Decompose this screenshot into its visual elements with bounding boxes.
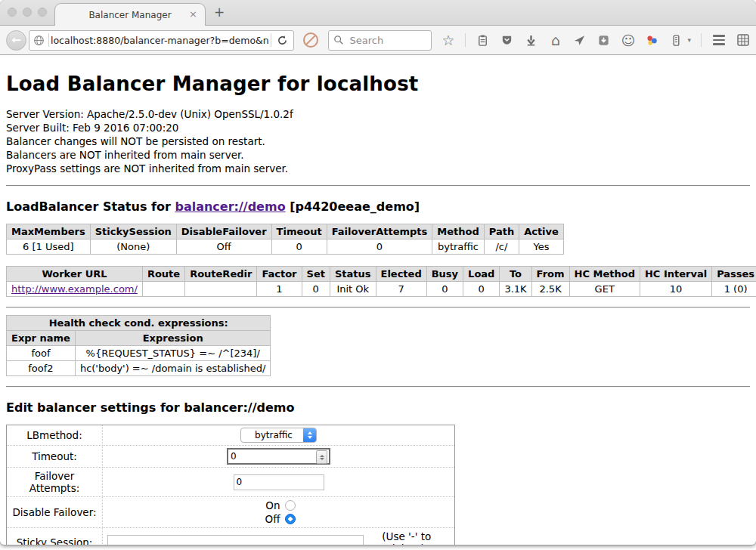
minimize-window-button[interactable] <box>23 8 32 17</box>
cell-expression: hc('body') =~ /domain is established/ <box>75 361 271 376</box>
back-button[interactable]: ← <box>6 30 26 51</box>
cell-timeout: 0 <box>271 239 327 255</box>
container-notes-icon[interactable] <box>669 33 683 48</box>
cell-busy: 0 <box>426 282 463 297</box>
overflow-caret-icon[interactable]: ▾ <box>687 36 691 44</box>
column-header: Busy <box>426 267 463 282</box>
cell-status: Init Ok <box>330 282 376 297</box>
column-header: Factor <box>257 267 302 282</box>
disable-failover-on-radio[interactable] <box>285 500 296 511</box>
window-controls <box>8 8 47 17</box>
save-to-device-icon[interactable] <box>596 33 611 48</box>
content-block-icon[interactable] <box>303 32 318 48</box>
bookmark-star-icon[interactable]: ☆ <box>441 33 455 48</box>
radio-on-label: On <box>262 499 280 511</box>
reload-button[interactable] <box>271 35 293 46</box>
column-header: DisableFailover <box>176 224 271 239</box>
page-content: Load Balancer Manager for localhost Serv… <box>0 55 756 545</box>
status-heading: LoadBalancer Status for balancer://demo … <box>6 199 750 214</box>
cell-stickysession: (None) <box>90 239 176 255</box>
search-input[interactable] <box>348 34 426 47</box>
table-header-row: Worker URL Route RouteRedir Factor Set S… <box>7 267 756 282</box>
close-window-button[interactable] <box>8 8 17 17</box>
worker-table: Worker URL Route RouteRedir Factor Set S… <box>6 266 756 297</box>
back-icon: ← <box>11 33 21 47</box>
sticky-session-input[interactable] <box>107 535 364 545</box>
cell-disablefailover: Off <box>176 239 271 255</box>
timeout-input[interactable] <box>227 448 330 465</box>
send-icon[interactable] <box>572 33 587 48</box>
tab-close-icon[interactable]: × <box>189 8 197 20</box>
feedback-smiley-icon[interactable]: ☺ <box>621 33 635 48</box>
cell-worker-url: http://www.example.com/ <box>7 282 143 297</box>
zoom-window-button[interactable] <box>38 8 47 17</box>
menu-hamburger-icon[interactable] <box>711 33 726 48</box>
url-input[interactable] <box>49 35 271 46</box>
disable-failover-off-option[interactable]: Off <box>262 513 296 525</box>
new-tab-button[interactable]: + <box>214 5 225 20</box>
column-header: Expr name <box>7 331 76 346</box>
lbmethod-select[interactable]: bytraffic <box>240 428 317 443</box>
colored-dots-icon[interactable] <box>645 33 659 48</box>
bookmarks-clipboard-icon[interactable] <box>476 33 490 48</box>
radio-off-label: Off <box>262 513 280 525</box>
form-row-failover: Failover Attempts: <box>7 468 455 497</box>
toolbar-divider <box>701 33 702 47</box>
cell-routeredir <box>185 282 257 297</box>
column-header: Active <box>519 224 564 239</box>
column-header: Load <box>463 267 500 282</box>
failover-attempts-input[interactable] <box>234 474 324 490</box>
column-header: HC Interval <box>640 267 711 282</box>
toolbar-icons: ☆ ⌂ <box>441 33 750 48</box>
expr-row: foof %{REQUEST_STATUS} =~ /^[234]/ <box>7 346 271 361</box>
cell-path: /c/ <box>484 239 519 255</box>
number-spinner-icon[interactable] <box>316 450 327 464</box>
disable-failover-label: Disable Failover: <box>7 497 103 528</box>
home-icon[interactable]: ⌂ <box>548 33 562 48</box>
lbmethod-label: LBmethod: <box>7 425 103 446</box>
cell-elected: 7 <box>376 282 426 297</box>
page-title: Load Balancer Manager for localhost <box>6 55 750 95</box>
search-bar[interactable] <box>328 30 432 51</box>
table-row: 6 [1 Used] (None) Off 0 0 bytraffic /c/ … <box>7 239 564 255</box>
site-identity[interactable] <box>29 35 48 46</box>
column-header: Expression <box>75 331 271 346</box>
balancer-demo-link[interactable]: balancer://demo <box>175 199 285 214</box>
downloads-icon[interactable] <box>524 33 538 48</box>
expr-row: foof2 hc('body') =~ /domain is establish… <box>7 361 271 376</box>
proxypass-warning-line: ProxyPass settings are NOT inherited fro… <box>6 162 750 175</box>
persist-warning-line: Balancer changes will NOT be persisted o… <box>6 134 750 148</box>
edit-balancer-form: LBmethod: bytraffic Timeout: <box>6 425 455 545</box>
status-heading-suffix: [p4420eeae_demo] <box>290 199 420 214</box>
column-header: FailoverAttempts <box>327 224 432 239</box>
server-version-line: Server Version: Apache/2.5.0-dev (Unix) … <box>6 107 750 121</box>
worker-url-link[interactable]: http://www.example.com/ <box>11 283 138 295</box>
timeout-label: Timeout: <box>7 446 103 468</box>
table-header-row: MaxMembers StickySession DisableFailover… <box>7 224 564 239</box>
cell-maxmembers: 6 [1 Used] <box>7 239 91 255</box>
cell-method: bytraffic <box>432 239 484 255</box>
column-header: HC Method <box>569 267 640 282</box>
table-title-row: Health check cond. expressions: <box>7 316 271 331</box>
worker-row: http://www.example.com/ 1 0 Init Ok 7 0 … <box>7 282 756 297</box>
disable-failover-on-option[interactable]: On <box>262 499 296 511</box>
grid-addon-icon[interactable] <box>736 33 750 48</box>
navigation-toolbar: ← <box>0 26 756 55</box>
column-header: Timeout <box>271 224 327 239</box>
tab-balancer-manager[interactable]: Balancer Manager × <box>54 3 206 26</box>
tab-title: Balancer Manager <box>88 10 171 20</box>
cell-set: 0 <box>302 282 330 297</box>
cell-active: Yes <box>519 239 564 255</box>
sticky-session-label: Sticky Session: <box>7 528 103 545</box>
form-row-sticky: Sticky Session: (Use '-' to delete) <box>7 528 455 545</box>
server-info: Server Version: Apache/2.5.0-dev (Unix) … <box>6 107 750 175</box>
disable-failover-off-radio[interactable] <box>285 514 296 524</box>
reload-icon <box>277 35 288 46</box>
server-built-line: Server Built: Feb 9 2016 07:00:20 <box>6 121 750 134</box>
lbmethod-selected-value: bytraffic <box>241 430 303 440</box>
url-bar[interactable] <box>29 30 294 51</box>
cell-passes: 1 (0) <box>712 282 756 297</box>
column-header: From <box>531 267 569 282</box>
pocket-icon[interactable] <box>500 33 514 48</box>
cell-load: 0 <box>463 282 500 297</box>
